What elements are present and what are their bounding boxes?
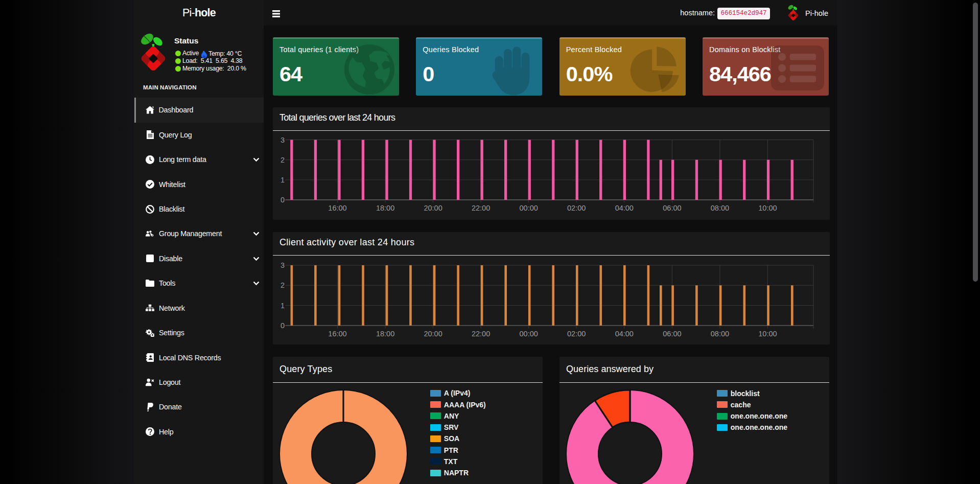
svg-text:20:00: 20:00	[424, 204, 442, 212]
svg-text:08:00: 08:00	[711, 330, 729, 338]
svg-text:06:00: 06:00	[663, 330, 681, 338]
svg-text:02:00: 02:00	[567, 330, 586, 338]
svg-text:10:00: 10:00	[758, 204, 777, 212]
svg-text:1: 1	[281, 176, 285, 184]
svg-text:1: 1	[281, 302, 285, 310]
svg-text:22:00: 22:00	[472, 204, 490, 212]
svg-text:18:00: 18:00	[376, 204, 394, 212]
svg-text:3: 3	[281, 136, 285, 144]
svg-text:0: 0	[281, 321, 285, 330]
svg-text:00:00: 00:00	[520, 204, 538, 212]
svg-text:08:00: 08:00	[711, 204, 729, 212]
svg-text:16:00: 16:00	[328, 330, 346, 338]
svg-text:20:00: 20:00	[424, 330, 442, 338]
svg-text:00:00: 00:00	[520, 330, 538, 338]
svg-text:22:00: 22:00	[472, 330, 490, 338]
svg-text:3: 3	[281, 261, 285, 269]
svg-text:16:00: 16:00	[328, 204, 346, 212]
svg-text:10:00: 10:00	[758, 330, 777, 338]
svg-text:04:00: 04:00	[615, 204, 634, 212]
svg-text:02:00: 02:00	[567, 204, 586, 212]
svg-text:2: 2	[281, 156, 285, 164]
svg-text:2: 2	[281, 281, 285, 289]
svg-text:18:00: 18:00	[376, 330, 394, 338]
svg-text:06:00: 06:00	[663, 204, 681, 212]
svg-text:04:00: 04:00	[615, 330, 634, 338]
svg-text:0: 0	[281, 196, 285, 204]
